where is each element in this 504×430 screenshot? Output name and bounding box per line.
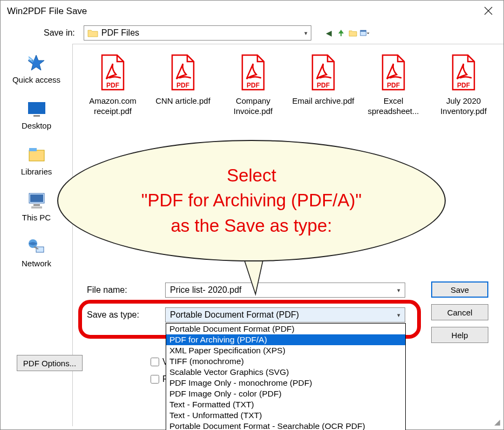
save-as-type-combo[interactable]: Portable Document Format (PDF) ▾ Portabl… [165,307,405,322]
button-column: Save Cancel Help [431,281,488,343]
save-as-type-dropdown[interactable]: Portable Document Format (PDF)PDF for Ar… [166,323,406,430]
back-icon[interactable]: ◀ [324,28,334,38]
window-title: Win2PDF File Save [7,6,480,17]
file-item[interactable]: PDFJuly 2020 Inventory.pdf [431,54,496,117]
location-combo[interactable]: PDF Files ▾ [84,25,311,41]
pdf-file-icon: PDF [447,54,480,92]
svg-text:PDF: PDF [176,82,189,89]
svg-text:PDF: PDF [457,82,470,89]
toolbar: Save in: PDF Files ▾ ◀ [1,22,503,44]
svg-text:PDF: PDF [317,82,330,89]
chevron-down-icon: ▾ [397,312,400,319]
pdf-options-button[interactable]: PDF Options... [17,355,83,371]
pdf-file-icon: PDF [97,54,129,92]
sidebar-item-desktop[interactable]: Desktop [22,99,51,130]
sidebar-item-quick-access[interactable]: Quick access [12,53,60,84]
resize-grip[interactable]: ◢ [494,418,500,426]
chevron-down-icon: ▾ [304,30,308,37]
svg-rect-8 [29,150,44,161]
save-as-type-value: Portable Document Format (PDF) [170,310,299,320]
sidebar-label: Libraries [21,167,52,176]
file-grid: PDFAmazon.com receipt.pdfPDFCNN article.… [73,44,503,117]
dropdown-option[interactable]: PDF Image Only - color (PDF) [166,388,405,399]
quick-access-icon [25,53,47,73]
svg-rect-13 [31,206,42,209]
dropdown-option[interactable]: PDF for Archiving (PDF/A) [166,334,405,345]
cancel-button[interactable]: Cancel [431,304,488,320]
svg-text:PDF: PDF [247,82,260,89]
pdf-file-icon: PDF [307,54,339,92]
file-item[interactable]: PDFCompany Invoice.pdf [221,54,285,117]
pdf-file-icon: PDF [237,54,269,92]
svg-rect-9 [29,148,37,151]
sidebar-label: Desktop [22,121,51,130]
sidebar-label: Quick access [12,75,60,84]
svg-rect-15 [36,247,44,252]
svg-rect-7 [33,115,40,117]
nav-icons: ◀ [324,28,370,38]
file-name-label: File name: [87,285,165,295]
svg-text:PDF: PDF [387,82,400,89]
libraries-icon [26,145,47,165]
sidebar-item-libraries[interactable]: Libraries [21,145,52,176]
file-name: Email archive.pdf [291,96,356,106]
dropdown-option[interactable]: Portable Document Format - Searchable (O… [166,421,405,430]
save-in-label: Save in: [44,28,75,38]
dropdown-option[interactable]: Scalable Vector Graphics (SVG) [166,367,405,378]
svg-text:PDF: PDF [106,82,119,89]
new-folder-icon[interactable] [348,28,358,38]
p-checkbox[interactable] [151,375,159,384]
up-icon[interactable] [336,28,346,38]
file-save-dialog: Win2PDF File Save Save in: PDF Files ▾ ◀ [0,0,504,430]
save-button[interactable]: Save [431,281,488,298]
file-item[interactable]: PDFExcel spreadsheet... [361,54,426,117]
file-name: Excel spreadsheet... [361,96,426,117]
location-text: PDF Files [101,28,139,38]
dropdown-option[interactable]: Text - Formatted (TXT) [166,399,405,410]
sidebar-item-this-pc[interactable]: This PC [22,191,51,222]
save-as-type-label: Save as type: [87,310,165,320]
pdf-file-icon: PDF [377,54,410,92]
chevron-down-icon: ▾ [397,287,400,294]
file-item[interactable]: PDFCNN article.pdf [151,54,215,117]
sidebar-label: Network [22,259,51,268]
titlebar: Win2PDF File Save [1,1,503,22]
annotation-callout-text: Select"PDF for Archiving (PDF/A)"as the … [114,163,389,238]
file-name: CNN article.pdf [151,96,215,106]
file-name-value: Price list- 2020.pdf [170,285,242,295]
sidebar-label: This PC [22,213,51,222]
dropdown-option[interactable]: XML Paper Specification (XPS) [166,345,405,356]
dropdown-option[interactable]: Text - Unformatted (TXT) [166,410,405,421]
view-checkbox[interactable] [151,358,159,366]
views-icon[interactable] [360,28,370,38]
this-pc-icon [26,191,47,211]
file-item[interactable]: PDFEmail archive.pdf [291,54,356,117]
file-name: Company Invoice.pdf [221,96,285,117]
annotation-callout: Select"PDF for Archiving (PDF/A)"as the … [57,140,446,261]
folder-icon [87,29,98,37]
dropdown-option[interactable]: TIFF (monochrome) [166,356,405,367]
file-name: Amazon.com receipt.pdf [80,96,145,117]
file-item[interactable]: PDFAmazon.com receipt.pdf [80,54,145,117]
svg-rect-11 [30,194,43,202]
pdf-file-icon: PDF [167,54,199,92]
desktop-icon [26,99,47,119]
svg-rect-12 [33,204,40,206]
svg-rect-6 [28,102,45,114]
sidebar-item-network[interactable]: Network [22,237,51,268]
dropdown-option[interactable]: PDF Image Only - monochrome (PDF) [166,378,405,388]
svg-rect-3 [360,30,366,31]
network-icon [25,237,47,257]
help-button[interactable]: Help [431,327,488,343]
file-name: July 2020 Inventory.pdf [431,96,496,117]
close-button[interactable] [480,4,497,18]
dropdown-option[interactable]: Portable Document Format (PDF) [166,324,405,334]
